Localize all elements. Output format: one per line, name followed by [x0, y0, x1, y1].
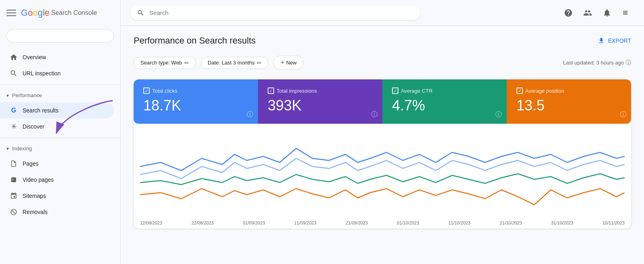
asterisk-icon: ✳: [10, 123, 18, 131]
sidebar-item-video-pages-label: Video pages: [23, 177, 54, 183]
metric-ctr-checkbox: [392, 87, 398, 94]
indexing-chevron-icon: ▾: [6, 146, 9, 152]
metric-card-average-position[interactable]: Average position 13.5 ⓘ: [507, 79, 631, 124]
chart-label-7: 21/10/2023: [500, 220, 522, 225]
search-type-label: Search type: Web: [140, 60, 182, 66]
notifications-icon-button[interactable]: [599, 5, 615, 21]
sidebar-item-removals[interactable]: Removals: [0, 204, 114, 220]
chart-label-8: 31/10/2023: [551, 220, 573, 225]
metric-position-label: Average position: [525, 88, 564, 94]
topbar: [121, 0, 644, 26]
metric-card-average-ctr[interactable]: Average CTR 4.7% ⓘ: [382, 79, 507, 124]
date-filter[interactable]: Date: Last 3 months ✏: [201, 57, 268, 69]
google-g-icon: G: [10, 106, 18, 114]
topbar-search-bar[interactable]: [130, 6, 420, 20]
date-label: Date: Last 3 months: [208, 60, 254, 66]
chart-label-4: 21/09/2023: [346, 220, 368, 225]
last-updated-text: Last updated: 3 hours ago: [563, 60, 624, 66]
metric-position-checkbox: [516, 87, 523, 94]
new-label: New: [286, 60, 297, 66]
sidebar-search[interactable]: [6, 29, 114, 43]
app-logo: Google Search Console: [21, 8, 97, 18]
metric-clicks-help-icon[interactable]: ⓘ: [247, 110, 253, 119]
logo-g2: g: [38, 8, 43, 18]
video-icon: [10, 176, 18, 184]
sidebar-item-removals-label: Removals: [23, 209, 47, 215]
page-content: Performance on Search results EXPORT Sea…: [121, 26, 644, 238]
chart-label-0: 12/08/2023: [140, 220, 162, 225]
metric-ctr-value: 4.7%: [392, 97, 497, 114]
logo-g: G: [21, 8, 28, 18]
performance-section-header[interactable]: ▾ Performance: [0, 88, 120, 102]
logo-o1: o: [28, 8, 33, 18]
metric-clicks-label-row: Total clicks: [143, 87, 248, 94]
metric-position-label-row: Average position: [516, 87, 621, 94]
last-updated-help-icon: ⓘ: [625, 59, 631, 67]
sidebar-item-url-inspection[interactable]: URL inspection: [0, 65, 114, 81]
sidebar-item-pages-label: Pages: [23, 160, 39, 167]
sitemap-icon: [10, 192, 18, 200]
apps-icon-button[interactable]: [618, 5, 634, 21]
search-type-edit-icon: ✏: [184, 60, 189, 66]
filter-row: Search type: Web ✏ Date: Last 3 months ✏…: [134, 56, 631, 70]
new-filter-button[interactable]: + New: [273, 56, 303, 70]
download-icon: [598, 37, 605, 44]
topbar-search-icon: [137, 9, 144, 17]
indexing-section-header[interactable]: ▾ Indexing: [0, 141, 120, 156]
sidebar-item-overview[interactable]: Overview: [0, 49, 114, 65]
sidebar-search-input[interactable]: [6, 29, 114, 43]
metric-clicks-checkbox: [143, 87, 150, 94]
metric-position-help-icon[interactable]: ⓘ: [620, 110, 626, 119]
topbar-icons: [560, 5, 634, 21]
chart-x-labels: 12/08/2023 22/08/2023 01/09/2023 11/09/2…: [140, 219, 625, 229]
sidebar-header: Google Search Console: [0, 0, 120, 26]
blue-line: [140, 148, 625, 170]
topbar-search-input[interactable]: [149, 9, 414, 16]
sidebar-item-discover[interactable]: ✳ Discover: [0, 118, 114, 135]
chart-label-9: 10/11/2023: [603, 220, 625, 225]
metric-clicks-value: 18.7K: [143, 97, 248, 114]
nav-divider-2: [0, 138, 120, 138]
sidebar: Google Search Console Overview URL inspe…: [0, 0, 121, 264]
pages-icon: [10, 160, 18, 168]
sidebar-item-overview-label: Overview: [23, 54, 46, 60]
chart-label-3: 11/09/2023: [294, 220, 316, 225]
sidebar-item-url-inspection-label: URL inspection: [23, 70, 60, 77]
green-line: [140, 174, 625, 185]
chart-label-1: 22/08/2023: [192, 220, 214, 225]
removals-icon: [10, 208, 18, 216]
metric-card-total-impressions[interactable]: Total impressions 393K ⓘ: [258, 79, 382, 124]
performance-section-label: Performance: [12, 92, 42, 98]
sidebar-item-sitemaps-label: Sitemaps: [23, 193, 46, 199]
chart-label-6: 11/10/2023: [448, 220, 471, 225]
metric-cards: Total clicks 18.7K ⓘ Total impressions 3…: [134, 79, 631, 124]
logo-o2: o: [33, 8, 37, 18]
sidebar-item-search-results[interactable]: G Search results: [0, 102, 114, 118]
metric-card-total-clicks[interactable]: Total clicks 18.7K ⓘ: [134, 79, 258, 124]
metric-impressions-checkbox: [268, 87, 274, 94]
search-input-wrapper: [130, 6, 420, 20]
account-icon-button[interactable]: [580, 5, 596, 21]
indexing-section-label: Indexing: [12, 146, 32, 152]
logo-e: e: [45, 8, 50, 18]
export-button[interactable]: EXPORT: [598, 37, 631, 44]
export-label: EXPORT: [608, 37, 631, 44]
metric-clicks-label: Total clicks: [152, 88, 178, 94]
metric-ctr-help-icon[interactable]: ⓘ: [495, 110, 502, 119]
page-title: Performance on Search results: [134, 35, 256, 46]
sidebar-item-video-pages[interactable]: Video pages: [0, 172, 114, 188]
app-title: Search Console: [51, 9, 97, 17]
home-icon: [10, 53, 18, 61]
search-type-filter[interactable]: Search type: Web ✏: [134, 57, 196, 69]
chart-svg: [140, 130, 625, 219]
main-content: Performance on Search results EXPORT Sea…: [121, 0, 644, 264]
date-edit-icon: ✏: [257, 60, 262, 66]
sidebar-item-sitemaps[interactable]: Sitemaps: [0, 188, 114, 204]
help-icon-button[interactable]: [560, 5, 576, 21]
metric-impressions-label-row: Total impressions: [268, 87, 373, 94]
metric-impressions-help-icon[interactable]: ⓘ: [371, 110, 378, 119]
sidebar-item-pages[interactable]: Pages: [0, 156, 114, 172]
hamburger-menu-icon[interactable]: [6, 8, 16, 18]
chart-label-2: 01/09/2023: [243, 220, 265, 225]
chart-container: [140, 130, 625, 219]
